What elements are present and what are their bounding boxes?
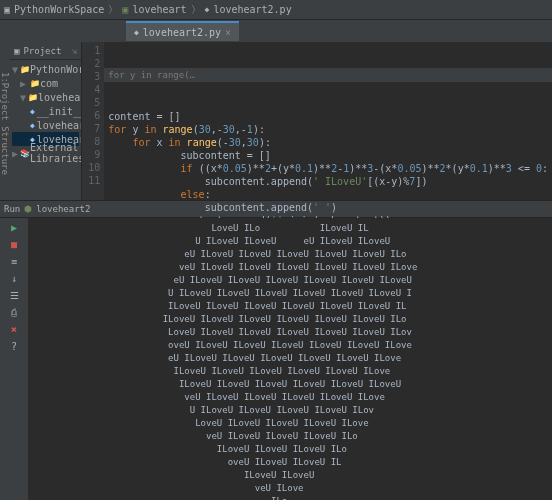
tab-active[interactable]: ◆ loveheart2.py × [126,21,239,41]
breadcrumb-folder[interactable]: loveheart [132,4,186,15]
tab-label: loveheart2.py [143,27,221,38]
run-tool-icon[interactable]: ⎙ [8,307,20,319]
run-tool-icon[interactable]: ≡ [8,256,20,268]
run-tool-icon[interactable]: ↓ [8,273,20,285]
collapse-icon[interactable]: ⇲ [72,46,77,56]
run-tool-icon[interactable]: ☰ [8,290,20,302]
tree-node[interactable]: ▼📁loveheart [12,90,79,104]
project-tree: ▼📁PythonWorkSpaceE:\PythonW▶📁com▼📁lovehe… [10,60,81,162]
run-output[interactable]: LoveU ILo ILoveU IL U ILoveU ILoveU eU I… [28,218,552,500]
breadcrumb-root[interactable]: PythonWorkSpace [14,4,104,15]
folder-icon: ▣ [122,4,128,15]
python-icon: ⬢ [24,204,32,214]
tree-node[interactable]: ▼📁PythonWorkSpaceE:\PythonW [12,62,79,76]
code-crumb[interactable]: for y in range(… [104,68,552,82]
editor-tabs: ◆ loveheart2.py × [0,20,552,42]
run-toolbar: ▶■≡↓☰⎙✖? [0,218,28,500]
project-panel: ▣ Project ⇲ ▼📁PythonWorkSpaceE:\PythonW▶… [10,42,82,200]
tree-node[interactable]: ◆loveheart1.py [12,118,79,132]
python-file-icon: ◆ [205,5,210,14]
run-tool-icon[interactable]: ? [8,341,20,353]
project-icon: ▣ [14,46,19,56]
code-area[interactable]: for y in range(… content = []for y in ra… [104,42,552,200]
tree-node[interactable]: ▶📚External Libraries [12,146,79,160]
folder-icon: ▣ [4,4,10,15]
tool-window-bar-left[interactable]: 1:Project Structure [0,42,10,200]
editor: 1234567891011 for y in range(… content =… [82,42,552,200]
run-tool-icon[interactable]: ▶ [8,222,20,234]
breadcrumb-file[interactable]: loveheart2.py [213,4,291,15]
close-icon[interactable]: × [225,27,231,38]
breadcrumb-bar: ▣ PythonWorkSpace 〉 ▣ loveheart 〉 ◆ love… [0,0,552,20]
tree-node[interactable]: ▶📁com [12,76,79,90]
run-tool-icon[interactable]: ✖ [8,324,20,336]
python-file-icon: ◆ [134,28,139,37]
gutter: 1234567891011 [82,42,104,200]
tree-node[interactable]: ◆__init__.py [12,104,79,118]
run-tool-icon[interactable]: ■ [8,239,20,251]
project-header[interactable]: ▣ Project ⇲ [10,42,81,60]
